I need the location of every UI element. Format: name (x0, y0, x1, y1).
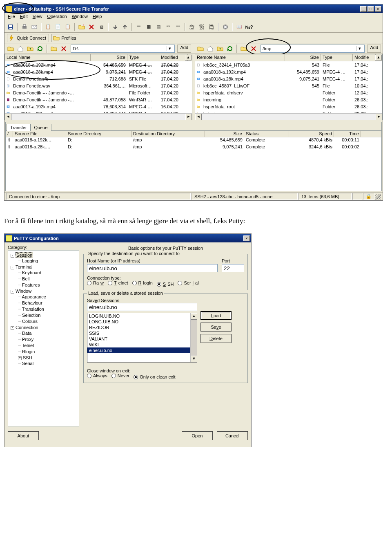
cancel-button[interactable]: Cancel (217, 431, 248, 440)
tree-node[interactable]: +SSH (9, 355, 78, 361)
remote-home-icon[interactable] (206, 44, 215, 53)
remote-newfolder-icon[interactable] (239, 44, 248, 53)
file-row[interactable]: Demo-Fonetik --- Jamendo -…File Folder17… (5, 89, 192, 96)
menu-operation[interactable]: Operation (47, 14, 67, 20)
file-row[interactable]: hsperfdata_dmlservFolder12.04.: (195, 89, 382, 96)
session-item[interactable]: SSIS (87, 330, 197, 336)
view-large-icon[interactable]: ▦ (144, 22, 153, 31)
local-path-input[interactable]: D:\▾ (71, 45, 175, 53)
refresh2-icon[interactable]: 🖥 (97, 22, 106, 31)
tree-node[interactable]: ┈ Serial (9, 361, 78, 367)
radio-close[interactable]: Never (111, 373, 129, 378)
tree-node[interactable]: ┈ Behaviour (9, 300, 78, 306)
menu-window[interactable]: Window (72, 14, 88, 20)
radio-rlogin[interactable]: Rlogin (132, 280, 153, 285)
file-row[interactable]: krb5cc_45807_LLiwOF545File10.04.: (195, 82, 382, 89)
file-row[interactable]: aaa0018-a.192k.mp454,485,659MPEG-4 …17.0… (195, 68, 382, 75)
file-row[interactable]: aaa0018-a.192k.mp454,485,659MPEG-4 …17.0… (5, 61, 192, 68)
view-list-icon[interactable]: ☲ (164, 22, 173, 31)
auto-icon[interactable]: 0⅟c%ef (207, 22, 216, 31)
transfer-row[interactable]: ⇧aaa0018-a.192k.…D:/tmp54,485,659Complet… (6, 137, 381, 144)
remote-up-icon[interactable] (216, 44, 225, 53)
save-button[interactable]: Save (200, 323, 232, 332)
dropdown-icon[interactable]: ▾ (167, 46, 173, 51)
resize-grip[interactable] (375, 194, 381, 199)
view-small-icon[interactable]: ▤ (154, 22, 163, 31)
file-row[interactable]: aaa0017-a.192k.mp478,603,314MPEG-4 …16.0… (5, 103, 192, 110)
local-hscroll[interactable]: ◄► (5, 113, 192, 120)
open-button[interactable]: Open (182, 431, 213, 440)
transfer-header[interactable]: /Source FileSource DirectoryDestination … (6, 130, 381, 137)
menu-help[interactable]: Help (93, 14, 102, 20)
session-item[interactable]: LOGIN.UIB.NO (87, 313, 197, 319)
remote-add-button[interactable]: Add (367, 45, 381, 53)
tree-node[interactable]: ┈ Selection (9, 312, 78, 318)
file-row[interactable]: Demo Fonetic.wav364,861,…Microsoft…17.04… (5, 82, 192, 89)
local-delete-icon[interactable] (59, 44, 68, 53)
session-item[interactable]: einer.uib.no (87, 347, 197, 353)
menu-file[interactable]: File (8, 14, 15, 20)
radio-serial[interactable]: Serial (178, 280, 198, 285)
file-row[interactable]: helgetmpFolder26.03 (195, 110, 382, 113)
file-row[interactable]: Demo-Fonetik --- Jamendo -…49,877,058Win… (5, 96, 192, 103)
list-scrollbar[interactable]: ▲▼ (190, 313, 197, 362)
host-input[interactable] (87, 264, 218, 272)
ascii-icon[interactable]: abcdef (187, 22, 196, 31)
tab-queue[interactable]: Queue (31, 124, 51, 131)
session-item[interactable]: LONG.UIB.NO (87, 319, 197, 325)
delete-button[interactable]: Delete (200, 334, 232, 343)
tree-node[interactable]: -Session (9, 252, 78, 258)
remote-path-input[interactable]: /tmp▾ (261, 45, 365, 53)
putty-close-button[interactable]: × (243, 235, 250, 241)
delete-icon[interactable] (87, 22, 96, 31)
file-row[interactable]: aaa0018-a.28k.mp49,075,241MPEG-4 …17.04.… (5, 68, 192, 75)
tree-node[interactable]: -Window (9, 288, 78, 294)
view-details-icon[interactable]: ☳ (174, 22, 183, 31)
tree-node[interactable]: ┈ Proxy (9, 336, 78, 343)
local-up-icon[interactable] (26, 44, 35, 53)
local-refresh-icon[interactable] (36, 44, 45, 53)
tree-node[interactable]: ┈ Data (9, 330, 78, 336)
remote-hscroll[interactable]: ◄► (195, 113, 382, 120)
options-icon[interactable]: 📖 (235, 22, 244, 31)
local-home-icon[interactable] (16, 44, 25, 53)
local-add-button[interactable]: Add (177, 45, 191, 53)
local-header[interactable]: Local NameSizeTypeModified (5, 54, 192, 61)
local-rows[interactable]: aaa0018-a.192k.mp454,485,659MPEG-4 …17.0… (5, 61, 192, 113)
remote-header[interactable]: Remote NameSizeTypeModifie (195, 54, 382, 61)
newfolder-icon[interactable]: * (77, 22, 86, 31)
tree-node[interactable]: ┈ Features (9, 282, 78, 288)
putty-titlebar[interactable]: PuTTY Configuration × (4, 234, 251, 242)
remote-refresh-icon[interactable] (225, 44, 234, 53)
tree-node[interactable]: ┈ Logging (9, 258, 78, 264)
quick-connect-button[interactable]: Quick Connect (7, 34, 49, 42)
remote-delete-icon[interactable] (249, 44, 258, 53)
tree-node[interactable]: ┈ Translation (9, 306, 78, 312)
session-item[interactable]: REZIDOR (87, 325, 197, 330)
radio-telnet[interactable]: Telnet (108, 280, 128, 285)
radio-ssh[interactable]: SSH (157, 282, 174, 287)
view-icon[interactable]: ☰ (134, 22, 143, 31)
load-button[interactable]: Load (200, 311, 232, 320)
file-row[interactable]: aaa0017-a.28k.mp413,084,444MPEG-4 …16.04… (5, 110, 192, 113)
session-list[interactable]: LOGIN.UIB.NOLONG.UIB.NOREZIDORSSISVALIAN… (87, 313, 197, 363)
binary-icon[interactable]: 010101 (197, 22, 206, 31)
dropdown-icon[interactable]: ▾ (356, 46, 363, 51)
radio-close[interactable]: Only on clean exit (134, 374, 175, 379)
tree-node[interactable]: -Connection (9, 325, 78, 330)
disconnect-icon[interactable] (221, 22, 230, 31)
close-button[interactable]: × (375, 6, 381, 12)
tab-transfer[interactable]: Transfer (7, 124, 31, 131)
session-item[interactable]: VALIANT (87, 336, 197, 342)
tree-node[interactable]: -Terminal (9, 264, 78, 270)
tree-node[interactable]: ┈ Telnet (9, 343, 78, 349)
titlebar[interactable]: einer - defaultsftp - SSH Secure File Tr… (4, 4, 383, 13)
file-row[interactable]: krb5cc_32414_HT05a3543File17.04.: (195, 61, 382, 68)
up-icon[interactable] (120, 22, 129, 31)
tree-node[interactable]: ┈ Keyboard (9, 270, 78, 276)
menu-edit[interactable]: Edit (20, 14, 28, 20)
copy2-icon[interactable]: 📄 (53, 22, 62, 31)
saved-input[interactable] (87, 303, 197, 311)
minimize-button[interactable]: _ (360, 6, 367, 12)
local-new-icon[interactable] (6, 44, 15, 53)
